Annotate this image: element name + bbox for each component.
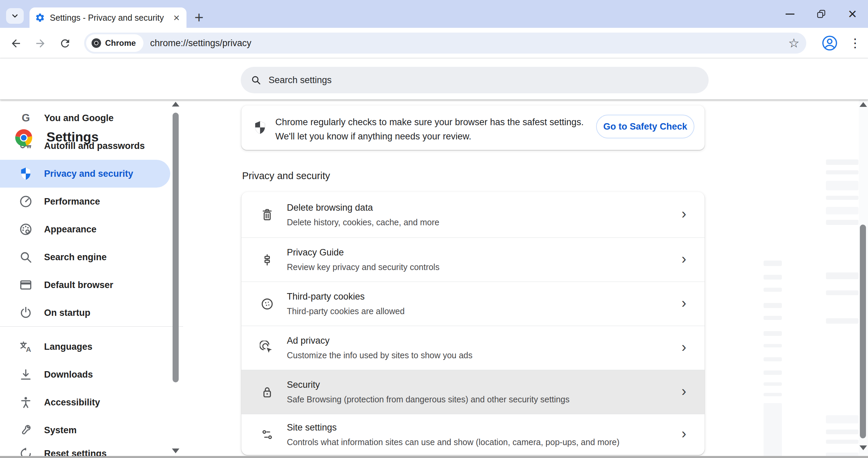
download-icon <box>18 367 33 382</box>
translate-icon: A <box>18 339 33 354</box>
svg-text:A: A <box>26 345 31 353</box>
sidebar-item-performance[interactable]: Performance <box>0 188 170 215</box>
tab-settings[interactable]: Settings - Privacy and security × <box>29 7 186 28</box>
site-chip[interactable]: Chrome <box>86 34 143 52</box>
row-subtitle: Review key privacy and security controls <box>287 262 669 272</box>
row-title: Ad privacy <box>287 336 669 346</box>
site-chip-label: Chrome <box>105 38 136 48</box>
sidebar-item-label: Downloads <box>44 369 93 380</box>
tab-title: Settings - Privacy and security <box>50 13 167 23</box>
forward-button[interactable] <box>33 36 48 51</box>
row-text: Third-party cookies Third-party cookies … <box>287 291 669 316</box>
avatar-icon <box>821 35 838 52</box>
sidebar-scroll-down-arrow[interactable] <box>172 449 179 453</box>
chrome-logo-icon <box>15 129 32 146</box>
sidebar-scroll-up-arrow[interactable] <box>172 102 179 107</box>
magnifier-icon <box>18 250 33 265</box>
row-security[interactable]: Security Safe Browsing (protection from … <box>241 370 705 414</box>
row-text: Privacy Guide Review key privacy and sec… <box>287 247 669 272</box>
minimize-button[interactable] <box>774 0 806 28</box>
sidebar-scrollbar-thumb[interactable] <box>173 113 179 382</box>
sidebar-item-label: Performance <box>44 196 100 207</box>
row-title: Security <box>287 380 669 390</box>
row-ad-privacy[interactable]: Ad privacy Customize the info used by si… <box>241 326 705 370</box>
url-text[interactable]: chrome://settings/privacy <box>150 38 788 49</box>
sidebar-item-search-engine[interactable]: Search engine <box>0 243 170 271</box>
sidebar-item-you-and-google[interactable]: G You and Google <box>0 104 170 132</box>
sidebar-item-label: Privacy and security <box>44 169 133 179</box>
sidebar-item-downloads[interactable]: Downloads <box>0 361 170 388</box>
settings-search[interactable] <box>241 67 709 93</box>
sidebar-item-default-browser[interactable]: Default browser <box>0 271 170 299</box>
browser-window: Settings - Privacy and security × + × <box>0 0 868 458</box>
sidebar-item-label: On startup <box>44 308 91 318</box>
sidebar-item-label: Accessibility <box>44 397 100 408</box>
row-title: Delete browsing data <box>287 203 669 213</box>
main-scrollbar-thumb[interactable] <box>860 225 866 438</box>
sidebar-item-languages[interactable]: A Languages <box>0 333 170 361</box>
chevron-right-icon: › <box>682 426 686 443</box>
row-delete-browsing-data[interactable]: Delete browsing data Delete history, coo… <box>241 192 705 237</box>
cookie-icon <box>260 297 275 311</box>
safety-check-banner: Chrome regularly checks to make sure you… <box>241 106 705 150</box>
sidebar-item-privacy-and-security[interactable]: Privacy and security <box>0 160 170 188</box>
tab-close-icon[interactable]: × <box>172 12 181 23</box>
sidebar-item-accessibility[interactable]: Accessibility <box>0 388 170 416</box>
forward-arrow-icon <box>34 37 46 50</box>
sidebar-item-label: Languages <box>44 342 93 352</box>
reload-button[interactable] <box>58 36 73 51</box>
svg-text:G: G <box>22 112 30 124</box>
sidebar-item-on-startup[interactable]: On startup <box>0 299 170 327</box>
banner-line-1: Chrome regularly checks to make sure you… <box>275 115 584 129</box>
chevron-right-icon: › <box>682 340 686 356</box>
reload-icon <box>59 37 71 50</box>
back-button[interactable] <box>8 36 23 51</box>
row-text: Delete browsing data Delete history, coo… <box>287 203 669 227</box>
tab-strip: Settings - Privacy and security × + × <box>0 0 868 28</box>
row-site-settings[interactable]: Site settings Controls what information … <box>241 414 705 455</box>
privacy-settings-card: Delete browsing data Delete history, coo… <box>241 192 705 455</box>
bookmark-star-icon[interactable]: ☆ <box>788 37 800 50</box>
row-title: Privacy Guide <box>287 247 669 258</box>
wrench-icon <box>18 423 33 438</box>
safety-check-description: Chrome regularly checks to make sure you… <box>275 115 584 144</box>
google-g-icon: G <box>18 111 33 126</box>
window-controls: × <box>774 0 868 28</box>
page-title: Settings <box>46 130 99 145</box>
ad-privacy-icon <box>260 341 275 356</box>
chevron-down-icon <box>11 12 19 20</box>
sidebar-item-label: Search engine <box>44 252 107 263</box>
close-window-button[interactable]: × <box>837 0 868 28</box>
restore-button[interactable] <box>806 0 837 28</box>
browser-menu-button[interactable]: ⋮ <box>848 35 862 52</box>
chevron-right-icon: › <box>682 296 686 312</box>
accessibility-person-icon <box>18 395 33 410</box>
search-input[interactable] <box>269 75 699 85</box>
speedometer-icon <box>18 194 33 209</box>
row-privacy-guide[interactable]: Privacy Guide Review key privacy and sec… <box>241 237 705 282</box>
row-title: Third-party cookies <box>287 291 669 302</box>
address-bar[interactable]: Chrome chrome://settings/privacy ☆ <box>84 33 806 54</box>
go-to-safety-check-button[interactable]: Go to Safety Check <box>596 115 694 138</box>
tab-search-button[interactable] <box>6 8 24 24</box>
browser-window-icon <box>18 278 33 292</box>
shield-icon <box>18 166 33 181</box>
sidebar-item-appearance[interactable]: Appearance <box>0 215 170 243</box>
row-third-party-cookies[interactable]: Third-party cookies Third-party cookies … <box>241 282 705 326</box>
new-tab-button[interactable]: + <box>191 9 208 26</box>
chevron-right-icon: › <box>682 384 686 400</box>
row-text: Site settings Controls what information … <box>287 422 669 447</box>
profile-avatar-button[interactable] <box>821 35 838 52</box>
chevron-right-icon: › <box>682 252 686 268</box>
back-arrow-icon <box>10 37 22 50</box>
row-subtitle: Delete history, cookies, cache, and more <box>287 217 669 227</box>
privacy-guide-icon <box>260 252 275 267</box>
settings-header: Settings <box>0 58 868 100</box>
settings-sidebar: G You and Google Autofill and passwords … <box>0 100 183 458</box>
main-scroll-up-arrow[interactable] <box>860 102 867 107</box>
section-title: Privacy and security <box>242 170 330 182</box>
sidebar-item-label: You and Google <box>44 113 114 123</box>
row-text: Security Safe Browsing (protection from … <box>287 380 669 404</box>
main-scroll-down-arrow[interactable] <box>860 445 867 450</box>
sidebar-item-reset-settings[interactable]: Reset settings <box>0 440 170 458</box>
